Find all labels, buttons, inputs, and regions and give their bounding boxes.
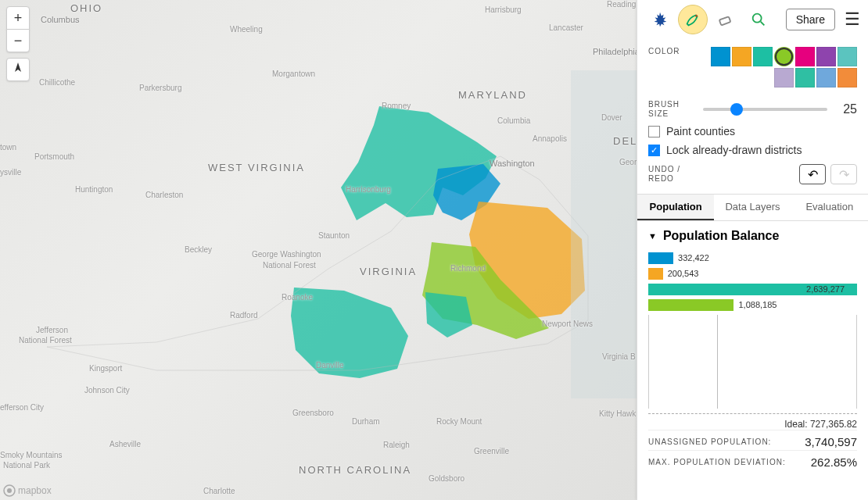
population-balance-header[interactable]: ▼ Population Balance (648, 229, 857, 243)
population-bar-value: 1,088,185 (738, 300, 777, 309)
max-deviation-value: 262.85% (811, 455, 857, 469)
population-bar-value: 332,422 (678, 253, 709, 262)
population-bar (648, 252, 673, 264)
unassigned-pop-value: 3,740,597 (805, 435, 857, 448)
lock-districts-label: Lock already-drawn districts (666, 144, 802, 156)
population-panel: ▼ Population Balance 332,422200,5432,639… (637, 221, 868, 500)
svg-point-3 (753, 14, 762, 23)
menu-icon[interactable]: ☰ (845, 9, 860, 30)
erase-tool[interactable] (711, 5, 741, 34)
tab-population[interactable]: Population (637, 195, 714, 220)
undo-redo-label: UNDO / REDO (648, 165, 695, 184)
svg-rect-2 (719, 16, 731, 25)
color-swatch-10[interactable] (838, 68, 857, 88)
share-button[interactable]: Share (786, 9, 835, 30)
map-canvas[interactable]: OHIOColumbusWheelingHarrisburgReadingLan… (0, 0, 637, 500)
paint-tool[interactable] (678, 5, 708, 34)
redo-button[interactable]: ↷ (830, 164, 857, 184)
svg-point-1 (7, 488, 12, 493)
color-swatch-7[interactable] (774, 68, 794, 88)
population-bar-row: 2,639,277 (648, 282, 857, 296)
population-bar-row: 200,543 (648, 266, 857, 280)
tab-data-layers[interactable]: Data Layers (714, 195, 791, 220)
unassigned-pop-label: UNASSIGNED POPULATION: (648, 438, 771, 446)
color-swatch-3[interactable] (774, 47, 794, 66)
population-bar (648, 299, 733, 311)
population-bar (648, 268, 663, 280)
toolbar: Share ☰ (637, 0, 868, 39)
district-teal-south (291, 288, 408, 378)
pan-tool[interactable] (645, 5, 675, 34)
attribution-text: mapbox (18, 485, 52, 496)
tab-evaluation[interactable]: Evaluation (791, 195, 868, 220)
color-swatch-1[interactable] (732, 47, 751, 66)
svg-line-4 (761, 22, 765, 26)
population-bar-row: 332,422 (648, 251, 857, 265)
paint-counties-checkbox[interactable] (648, 126, 660, 138)
inspect-tool[interactable] (744, 5, 773, 34)
reset-north-button[interactable] (6, 58, 30, 81)
brush-size-slider[interactable] (703, 108, 827, 111)
color-swatch-0[interactable] (711, 47, 730, 66)
zoom-out-button[interactable]: − (6, 29, 30, 52)
color-swatch-2[interactable] (753, 47, 773, 66)
color-swatch-5[interactable] (816, 47, 836, 66)
population-bar-value: 2,639,277 (806, 284, 845, 294)
color-swatch-4[interactable] (795, 47, 815, 66)
brush-size-label: BRUSH SIZE (648, 100, 695, 119)
water-east (571, 70, 637, 398)
population-bar-value: 200,543 (668, 269, 699, 278)
population-balance-title: Population Balance (663, 229, 779, 243)
paint-counties-label: Paint counties (666, 125, 735, 138)
ideal-population: Ideal: 727,365.82 (648, 413, 857, 430)
population-bars: 332,422200,5432,639,2771,088,185 (648, 251, 857, 312)
collapse-icon: ▼ (648, 231, 657, 241)
color-swatch-8[interactable] (795, 68, 815, 88)
district-teal-mid (425, 292, 472, 338)
sidebar: Share ☰ COLOR BRUSH SIZE 25 Paint counti… (637, 0, 868, 500)
color-palette (703, 47, 857, 88)
map-nav-controls: + − (6, 6, 30, 80)
sidebar-tabs: Population Data Layers Evaluation (637, 194, 868, 221)
lock-districts-checkbox[interactable]: ✓ (648, 145, 660, 156)
undo-button[interactable]: ↶ (799, 164, 826, 184)
map-attribution: mapbox (3, 484, 52, 497)
color-label: COLOR (648, 47, 695, 56)
color-swatch-9[interactable] (816, 68, 836, 88)
brush-size-value: 25 (834, 102, 857, 116)
zoom-in-button[interactable]: + (6, 6, 30, 30)
color-swatch-6[interactable] (838, 47, 857, 66)
population-bar-row: 1,088,185 (648, 298, 857, 312)
max-deviation-label: MAX. POPULATION DEVIATION: (648, 458, 786, 466)
